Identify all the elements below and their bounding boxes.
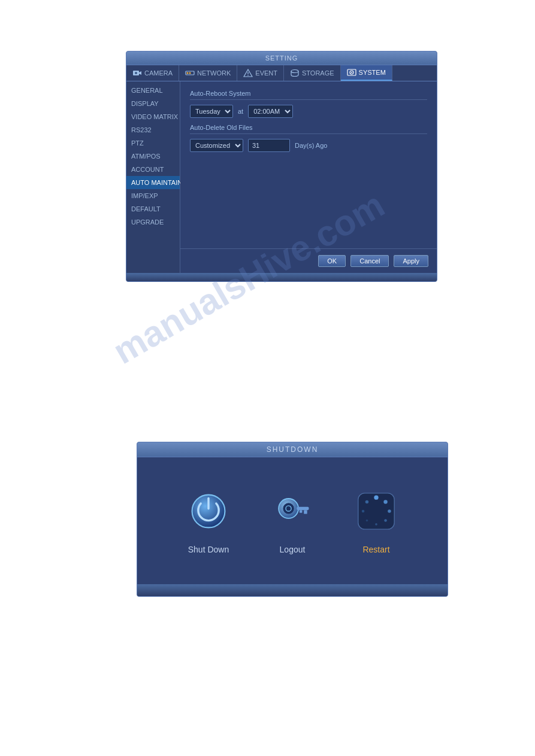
- network-icon: [185, 69, 195, 77]
- tab-storage[interactable]: STORAGE: [284, 65, 341, 81]
- reboot-row: Tuesday at 02:00AM: [190, 105, 427, 118]
- restart-icon: [357, 492, 395, 530]
- svg-point-26: [375, 523, 377, 526]
- shutdown-body: Shut Down: [137, 457, 448, 584]
- shutdown-label: Shut Down: [188, 545, 229, 554]
- sidebar-item-upgrade[interactable]: UPGRADE: [126, 215, 180, 229]
- svg-marker-1: [139, 71, 141, 75]
- system-icon: [347, 68, 356, 77]
- svg-point-29: [365, 500, 368, 503]
- sidebar-item-ptz[interactable]: PTZ: [126, 136, 180, 150]
- svg-point-9: [291, 70, 298, 73]
- ok-button[interactable]: OK: [318, 255, 346, 267]
- shutdown-item-shutdown[interactable]: Shut Down: [185, 487, 232, 554]
- logout-icon-wrapper: [268, 487, 316, 535]
- shutdown-title-bar: SHUTDOWN: [137, 442, 448, 457]
- svg-point-25: [384, 519, 387, 522]
- at-label: at: [238, 108, 243, 115]
- delete-option-select[interactable]: Customized: [190, 139, 243, 152]
- shutdown-item-restart[interactable]: Restart: [352, 487, 400, 554]
- storage-icon: [290, 69, 300, 77]
- apply-button[interactable]: Apply: [394, 255, 428, 267]
- reboot-time-select[interactable]: 02:00AM: [248, 105, 293, 118]
- logout-label: Logout: [280, 545, 306, 554]
- setting-bottom-bar: [126, 273, 437, 281]
- svg-point-28: [362, 510, 365, 513]
- tab-camera[interactable]: CAMERA: [126, 65, 179, 81]
- auto-delete-label: Auto-Delete Old Files: [190, 124, 427, 134]
- camera-icon: [132, 69, 142, 77]
- sidebar-item-imp-exp[interactable]: IMP/EXP: [126, 189, 180, 202]
- content-area: Auto-Reboot System Tuesday at 02:00AM Au…: [180, 81, 437, 248]
- svg-rect-20: [300, 510, 303, 513]
- power-icon: [191, 493, 226, 529]
- tab-event[interactable]: EVENT: [237, 65, 284, 81]
- restart-icon-wrapper: [352, 487, 400, 535]
- sidebar-item-rs232[interactable]: RS232: [126, 123, 180, 136]
- shutdown-icon-wrapper: [185, 487, 232, 535]
- tab-bar: CAMERA NETWORK EVENT STORAGE: [126, 65, 437, 81]
- restart-label: Restart: [362, 545, 389, 554]
- svg-rect-19: [304, 510, 307, 514]
- setting-title: SETTING: [265, 54, 298, 62]
- svg-point-12: [351, 72, 352, 73]
- setting-title-bar: SETTING: [126, 51, 437, 65]
- sidebar-item-atm-pos[interactable]: ATM/POS: [126, 150, 180, 163]
- svg-point-27: [366, 520, 368, 522]
- shutdown-panel: SHUTDOWN Shut Down: [137, 442, 448, 597]
- shutdown-title: SHUTDOWN: [267, 445, 319, 454]
- svg-point-8: [247, 75, 249, 76]
- svg-point-16: [283, 503, 294, 514]
- shutdown-bottom-bar: [137, 584, 448, 596]
- delete-row: Customized Day(s) Ago: [190, 139, 427, 152]
- svg-point-24: [388, 509, 391, 512]
- svg-point-23: [383, 500, 387, 503]
- sidebar-item-video-matrix[interactable]: VIDEO MATRIX: [126, 110, 180, 123]
- sidebar-item-default[interactable]: DEFAULT: [126, 202, 180, 215]
- setting-body: GENERAL DISPLAY VIDEO MATRIX RS232 PTZ A…: [126, 81, 437, 273]
- button-row: OK Cancel Apply: [180, 248, 437, 273]
- svg-point-5: [189, 72, 191, 74]
- tab-system[interactable]: SYSTEM: [341, 65, 392, 81]
- svg-point-22: [374, 495, 378, 499]
- svg-point-4: [187, 72, 189, 74]
- sidebar-item-general[interactable]: GENERAL: [126, 84, 180, 97]
- cancel-button[interactable]: Cancel: [350, 255, 389, 267]
- sidebar: GENERAL DISPLAY VIDEO MATRIX RS232 PTZ A…: [126, 81, 180, 273]
- shutdown-item-logout[interactable]: Logout: [268, 487, 316, 554]
- days-ago-label: Day(s) Ago: [295, 142, 327, 149]
- svg-point-2: [135, 72, 137, 74]
- auto-reboot-label: Auto-Reboot System: [190, 90, 427, 100]
- delete-days-input[interactable]: [248, 139, 290, 152]
- key-icon: [273, 492, 312, 530]
- tab-network[interactable]: NETWORK: [179, 65, 237, 81]
- event-icon: [243, 69, 253, 77]
- sidebar-item-auto-maintain[interactable]: AUTO MAINTAIN: [126, 176, 180, 189]
- sidebar-item-display[interactable]: DISPLAY: [126, 97, 180, 110]
- svg-rect-18: [297, 507, 309, 510]
- reboot-day-select[interactable]: Tuesday: [190, 105, 233, 118]
- setting-panel: SETTING CAMERA NETWORK E: [126, 51, 437, 282]
- sidebar-item-account[interactable]: ACCOUNT: [126, 163, 180, 176]
